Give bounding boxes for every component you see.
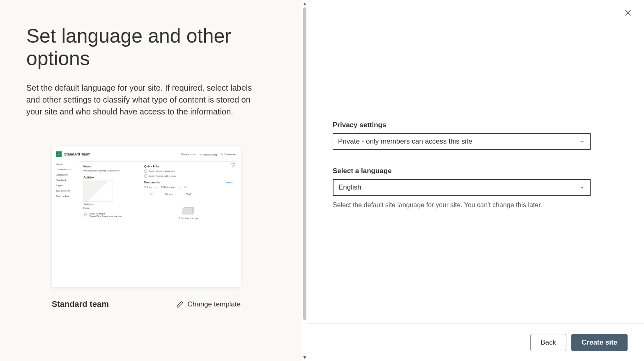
- scroll-up-icon[interactable]: ▲: [302, 1, 307, 7]
- avatar-icon: [83, 212, 87, 217]
- preview-header-meta: Private group ☆ Not following ⛯ 2 member…: [182, 153, 237, 156]
- close-button[interactable]: [623, 8, 632, 19]
- scrollbar[interactable]: ▲ ▼: [301, 0, 308, 361]
- language-field: Select a language English Select the def…: [333, 167, 591, 209]
- see-all-link: See all: [225, 181, 232, 184]
- scroll-down-icon[interactable]: ▼: [302, 354, 307, 360]
- back-button[interactable]: Back: [530, 334, 566, 351]
- privacy-dropdown[interactable]: Private - only members can access this s…: [333, 133, 591, 150]
- footer-bar: Back Create site: [308, 323, 644, 361]
- quicklinks-title: Quick links: [144, 165, 232, 168]
- news-title: News: [83, 165, 137, 168]
- globe-icon: [144, 169, 147, 173]
- quicklink-row: Learn how to add a page: [144, 174, 232, 178]
- activity-title: Activity: [83, 176, 137, 179]
- quicklink-row: Learn about a team site: [144, 169, 232, 173]
- privacy-field: Privacy settings Private - only members …: [333, 121, 591, 150]
- preview-nav-item: Site contents: [56, 190, 79, 192]
- preview-nav-item: Home: [56, 163, 79, 165]
- page-title: Set language and other options: [26, 25, 275, 70]
- preview-nav-item: Notebook: [56, 179, 79, 181]
- preview-header-item: ☆ Not following: [200, 153, 217, 156]
- preview-nav-item: Conversations: [56, 168, 79, 171]
- pencil-icon: [176, 301, 184, 308]
- documents-title: Documents: [144, 181, 160, 184]
- template-name: Standard team: [52, 299, 109, 309]
- preview-nav: Home Conversations Documents Notebook Pa…: [56, 161, 79, 284]
- page-description: Set the default language for your site. …: [26, 82, 264, 118]
- privacy-label: Privacy settings: [333, 121, 591, 129]
- documents-header: Documents See all: [144, 181, 232, 184]
- change-template-label: Change template: [188, 300, 241, 308]
- preview-site-logo: K: [56, 151, 62, 157]
- chevron-down-icon: [579, 185, 585, 190]
- documents-table-head: ▢ Name ⌄ Modi: [144, 193, 232, 195]
- form-area: Privacy settings Private - only members …: [333, 121, 591, 226]
- sync-icon: ↻ Sync: [144, 186, 152, 189]
- column-name: Name ⌄: [165, 193, 174, 195]
- info-icon: ⓘ: [184, 186, 187, 189]
- preview-site-name: Standard Team: [64, 152, 90, 156]
- preview-col-left: News We didn't find anything to show her…: [83, 165, 137, 281]
- empty-state: This folder is empty: [144, 206, 232, 219]
- language-helper: Select the default site language for you…: [333, 201, 591, 209]
- preview-nav-item: Documents: [56, 174, 79, 176]
- activity-item-title: SitePages: [83, 203, 137, 206]
- person-meta: Viewed Site Pages a minute ago: [89, 215, 122, 217]
- left-panel: Set language and other options Set the d…: [0, 0, 301, 361]
- column-modified: Modi: [186, 193, 191, 195]
- preview-header: K Standard Team Private group ☆ Not foll…: [56, 150, 237, 159]
- quicklink-label: Learn about a team site: [149, 170, 175, 172]
- more-icon: ⋯: [155, 186, 158, 189]
- preview-nav-item: Pages: [56, 184, 79, 187]
- language-value: English: [338, 183, 361, 192]
- preview-header-item: ⛯ 2 members: [221, 153, 237, 156]
- chevron-down-icon: [580, 139, 585, 144]
- more-icon: ⋯: [179, 186, 181, 189]
- globe-icon: [144, 174, 147, 178]
- preview-col-right: Quick links Learn about a team site Lear…: [144, 165, 232, 281]
- checkbox-icon: ▢: [150, 193, 153, 195]
- preview-body: Home Conversations Documents Notebook Pa…: [56, 161, 237, 284]
- preview-nav-item: Recycle bin: [56, 195, 79, 197]
- scroll-thumb[interactable]: [303, 7, 306, 320]
- preview-header-item: Private group: [182, 153, 196, 156]
- quicklink-label: Learn how to add a page: [149, 175, 176, 177]
- right-panel: Privacy settings Private - only members …: [308, 0, 644, 361]
- folder-icon: [182, 206, 195, 215]
- expand-icon: ⤢: [231, 163, 235, 167]
- activity-person: Patti Fernandez Viewed Site Pages a minu…: [83, 212, 137, 217]
- close-icon: [623, 8, 632, 17]
- change-template-button[interactable]: Change template: [176, 300, 241, 308]
- activity-thumbnail: [83, 180, 113, 202]
- activity-item-sub: Home: [83, 207, 137, 209]
- empty-text: This folder is empty: [144, 217, 232, 219]
- language-dropdown[interactable]: English: [333, 179, 591, 196]
- view-selector: All Documents: [161, 186, 175, 189]
- preview-main: ⤢ News We didn't find anything to show h…: [79, 161, 237, 284]
- template-footer: Standard team Change template: [52, 299, 241, 309]
- language-label: Select a language: [333, 167, 591, 175]
- create-site-button[interactable]: Create site: [571, 334, 628, 351]
- template-preview: K Standard Team Private group ☆ Not foll…: [52, 146, 241, 287]
- news-empty-text: We didn't find anything to show here.: [83, 169, 137, 172]
- privacy-value: Private - only members can access this s…: [338, 137, 472, 146]
- documents-toolbar: ↻ Sync ⋯ All Documents ⋯ ⓘ: [144, 186, 232, 189]
